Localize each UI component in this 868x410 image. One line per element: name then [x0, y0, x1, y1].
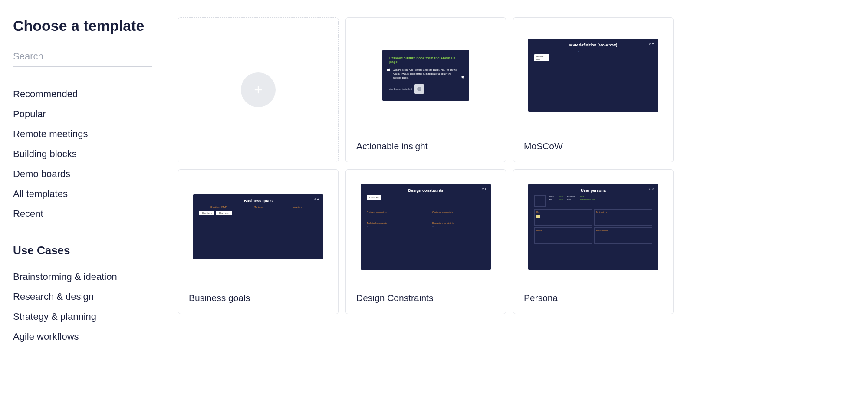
preview-item: Customer constraints: [432, 211, 485, 213]
sidebar-item-recent[interactable]: Recent: [13, 204, 152, 224]
sidebar-item-all-templates[interactable]: All templates: [13, 184, 152, 204]
avatar-placeholder: [534, 195, 546, 207]
search-input[interactable]: [13, 46, 152, 67]
preview-box-label: Frustrations: [596, 229, 608, 232]
preview-item: Technical constraints: [367, 222, 419, 224]
template-preview: Design constraints R✦ Constraint Busines…: [346, 170, 506, 284]
template-card-moscow[interactable]: MVP definition (MoSCoW) R✦ ···· Feature …: [513, 17, 674, 162]
preview-chip: Short term: [199, 211, 214, 215]
preview-title: Design constraints: [367, 188, 485, 193]
preview-footnote: —: [533, 106, 535, 109]
usecases-heading: Use Cases: [13, 244, 152, 257]
nav-primary: Recommended Popular Remote meetings Buil…: [13, 84, 152, 224]
preview-title: Business goals: [199, 199, 317, 203]
sidebar-item-demo-boards[interactable]: Demo boards: [13, 164, 152, 184]
logo-icon: R✦: [649, 42, 654, 46]
preview-box-label: Bio: [536, 211, 539, 213]
nav-usecases: Use Cases Brainstorming & ideation Resea…: [13, 244, 152, 347]
preview-item: Ecosystem constraints: [432, 222, 485, 224]
preview-box-label: Goals: [536, 229, 542, 232]
sidebar-item-agile-workflows[interactable]: Agile workflows: [13, 327, 152, 347]
preview-slide: Business goals R✦ Short term (MVP) Mid t…: [193, 194, 323, 259]
preview-chip: Feature card: [534, 54, 549, 61]
template-title: Business goals: [178, 284, 338, 314]
preview-item: Business constraints: [367, 211, 419, 213]
preview-slide: User persona R✦ Name:Value Archetype:Val…: [528, 184, 658, 270]
create-blank-card[interactable]: [178, 17, 339, 162]
template-preview: Remove culture book from the About us pa…: [346, 18, 506, 132]
sidebar-item-recommended[interactable]: Recommended: [13, 84, 152, 104]
plus-icon: [241, 72, 276, 107]
sidebar: Choose a template Recommended Popular Re…: [13, 17, 152, 367]
preview-headline: Remove culture book from the About us pa…: [389, 56, 462, 64]
template-preview: User persona R✦ Name:Value Archetype:Val…: [513, 170, 673, 284]
preview-footnote: —: [365, 265, 368, 267]
sidebar-item-brainstorming[interactable]: Brainstorming & ideation: [13, 267, 152, 287]
sidebar-item-building-blocks[interactable]: Building blocks: [13, 144, 152, 164]
template-card-actionable-insight[interactable]: Remove culture book from the About us pa…: [345, 17, 506, 162]
page-title: Choose a template: [13, 17, 152, 34]
preview-footnote: —: [197, 254, 200, 257]
template-title: Design Constraints: [346, 284, 506, 314]
preview-fields: Name:Value Archetype:Value Age:Value Rol…: [549, 195, 595, 207]
sidebar-item-popular[interactable]: Popular: [13, 104, 152, 124]
preview-slide: Design constraints R✦ Constraint Busines…: [361, 184, 491, 270]
preview-chip: Short term: [216, 211, 231, 215]
preview-title: MVP definition (MoSCoW): [534, 43, 652, 47]
template-card-design-constraints[interactable]: Design constraints R✦ Constraint Busines…: [345, 169, 506, 314]
template-card-business-goals[interactable]: Business goals R✦ Short term (MVP) Mid t…: [178, 169, 339, 314]
preview-col: Mid term: [239, 206, 278, 208]
template-title: Persona: [513, 284, 673, 314]
logo-icon: R✦: [314, 198, 319, 201]
sidebar-item-research-design[interactable]: Research & design: [13, 287, 152, 307]
template-grid: Remove culture book from the About us pa…: [178, 17, 674, 367]
sidebar-item-strategy-planning[interactable]: Strategy & planning: [13, 307, 152, 327]
preview-chip: Constraint: [367, 195, 381, 200]
template-title: MoSCoW: [513, 132, 673, 162]
template-preview: MVP definition (MoSCoW) R✦ ···· Feature …: [513, 18, 673, 132]
template-title: Actionable insight: [346, 132, 506, 162]
logo-icon: R✦: [482, 187, 487, 191]
preview-col: Long term: [278, 206, 317, 208]
preview-title: User persona: [534, 188, 652, 193]
search-container: [13, 46, 152, 67]
logo-icon: R✦: [649, 187, 654, 191]
preview-slide: Remove culture book from the About us pa…: [382, 50, 469, 101]
template-card-persona[interactable]: User persona R✦ Name:Value Archetype:Val…: [513, 169, 674, 314]
sidebar-item-remote-meetings[interactable]: Remote meetings: [13, 124, 152, 144]
template-preview: Business goals R✦ Short term (MVP) Mid t…: [178, 170, 338, 284]
preview-box-label: Motivations: [596, 211, 607, 213]
preview-quote: Culture book! Am I on the Careers page? …: [389, 68, 462, 80]
preview-col: Short term (MVP): [199, 206, 239, 208]
preview-slide: MVP definition (MoSCoW) R✦ ···· Feature …: [528, 39, 658, 112]
play-icon: [414, 84, 424, 94]
preview-more-label: And 2 more: (click play): [389, 88, 412, 90]
